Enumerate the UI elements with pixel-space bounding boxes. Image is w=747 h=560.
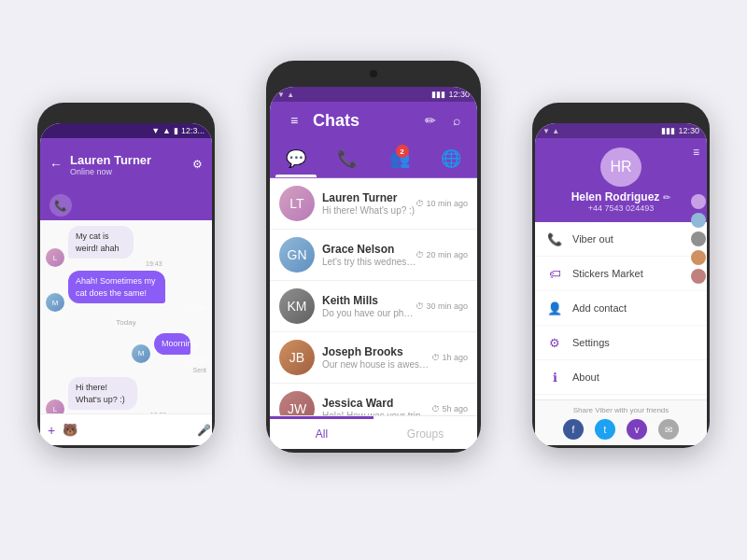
message-bubble: Moorning! <box>154 333 190 355</box>
menu-item-viber-out[interactable]: 📞 Viber out <box>535 222 707 257</box>
social-icons: f t v ✉ <box>544 419 698 440</box>
left-wifi-icon: ▲ <box>162 126 171 135</box>
chat-time: ⏱ 5h ago <box>431 404 468 413</box>
chat-preview: Our new house is awesome! You should com… <box>322 359 431 370</box>
message-text: Hi there! What's up? :) <box>76 383 125 404</box>
chat-user-info: Lauren Turner Online now <box>70 153 185 176</box>
left-signal-icon: ▼ <box>151 126 160 135</box>
menu-item-label: Viber out <box>572 233 613 245</box>
chat-item[interactable]: LT Lauren Turner Hi there! What's up? :)… <box>270 178 477 230</box>
tab-chats[interactable]: 💬 <box>270 139 322 177</box>
chat-item[interactable]: KM Keith Mills Do you have our photos fr… <box>270 281 477 332</box>
chat-info: Grace Nelson Let's try this wednesday...… <box>322 243 416 267</box>
chat-time: ⏱ 30 min ago <box>416 301 468 311</box>
chat-item[interactable]: GN Grace Nelson Let's try this wednesday… <box>270 230 477 281</box>
add-contact-icon: 👤 <box>546 300 563 316</box>
share-section: Share Viber with your friends f t v ✉ <box>535 399 707 445</box>
peek-avatar <box>691 231 706 246</box>
twitter-icon[interactable]: t <box>595 419 615 440</box>
clock-icon: ⏱ <box>416 250 424 259</box>
chat-preview: Hi there! What's up? :) <box>322 205 416 216</box>
email-icon[interactable]: ✉ <box>658 419 679 440</box>
tab-all[interactable]: All <box>270 416 374 449</box>
message-bubble: Hi there! What's up? :) <box>68 377 137 410</box>
right-status-bar: ▼ ▲ ▮▮▮ 12:30 <box>535 123 707 138</box>
avatar: JB <box>279 340 315 375</box>
center-status-bar: ▼ ▲ ▮▮▮ 12:30 <box>270 87 477 102</box>
chat-item[interactable]: JW Jessica Ward Hola! How was your trip … <box>270 384 477 415</box>
right-signal-icon: ▼ ▲ <box>543 127 559 135</box>
chat-user-status: Online now <box>70 167 185 176</box>
chat-settings-icon[interactable]: ⚙ <box>192 158 203 171</box>
peek-avatar <box>691 213 706 228</box>
messages-area: L My cat is weird! ahah 19:43 Ahah! <box>40 220 212 413</box>
message-row: Moorning! 10:20 M <box>46 333 206 363</box>
search-icon[interactable]: ⌕ <box>445 109 468 132</box>
chat-name: Keith Mills <box>322 294 416 307</box>
bottom-tab-bar: All Groups <box>270 415 477 449</box>
message-time: 10:20 <box>154 357 206 363</box>
left-time: 12:3... <box>181 126 204 135</box>
menu-list: 📞 Viber out 🏷 Stickers Market 👤 Add cont… <box>535 222 707 399</box>
plus-icon[interactable]: + <box>48 423 55 438</box>
mic-icon[interactable]: 🎤 <box>197 424 211 437</box>
call-button[interactable]: 📞 <box>49 194 72 217</box>
edit-icon[interactable]: ✏ <box>419 109 442 132</box>
peek-avatar <box>691 269 706 284</box>
app-title: Chats <box>313 111 416 131</box>
settings-icon: ⚙ <box>546 334 563 351</box>
menu-icon[interactable]: ≡ <box>283 109 305 132</box>
time-display: 12:30 <box>448 90 470 99</box>
message-input[interactable] <box>85 426 190 435</box>
message-bubble: Ahah! Sometimes my cat does the same! <box>68 271 165 303</box>
profile-phone: +44 7543 024493 <box>588 203 654 213</box>
peek-avatar <box>691 194 706 209</box>
facebook-icon[interactable]: f <box>563 419 584 440</box>
menu-item-add-contact[interactable]: 👤 Add contact <box>535 291 707 326</box>
chat-name: Lauren Turner <box>322 191 416 204</box>
right-phone: ▼ ▲ ▮▮▮ 12:30 ≡ HR Helen Rodriguez ✏ +44… <box>532 103 710 448</box>
left-battery-icon: ▮ <box>174 126 178 135</box>
emoji-icon[interactable]: 🐻 <box>63 423 78 437</box>
about-icon: ℹ <box>546 369 563 385</box>
tab-calls[interactable]: 📞 <box>322 139 374 177</box>
menu-item-stickers[interactable]: 🏷 Stickers Market <box>535 257 707 291</box>
message-time: 19:43 <box>68 260 162 267</box>
menu-item-label: Stickers Market <box>572 268 643 279</box>
battery-icon: ▮▮▮ <box>431 90 445 99</box>
tab-more[interactable]: 🌐 <box>426 139 478 177</box>
chat-item[interactable]: JB Joseph Brooks Our new house is awesom… <box>270 332 477 384</box>
clock-icon: ⏱ <box>416 301 424 311</box>
day-divider: Today <box>46 318 206 327</box>
tab-groups[interactable]: Groups <box>374 416 477 449</box>
peek-avatar <box>691 250 706 265</box>
viber-share-icon[interactable]: v <box>627 419 647 440</box>
chat-user-name: Lauren Turner <box>70 153 185 167</box>
menu-item-label: Settings <box>572 337 610 348</box>
message-text: My cat is weird! ahah <box>76 231 120 253</box>
chat-info: Jessica Ward Hola! How was your trip to … <box>322 397 431 415</box>
avatar: M <box>46 293 64 312</box>
avatar: M <box>132 344 150 363</box>
viber-out-icon: 📞 <box>546 231 563 247</box>
chat-time: ⏱ 1h ago <box>431 353 468 362</box>
stickers-icon: 🏷 <box>546 265 563 282</box>
phone-icon: 📞 <box>54 200 67 212</box>
menu-item-settings[interactable]: ⚙ Settings <box>535 326 707 360</box>
calls-tab-icon: 📞 <box>337 148 358 169</box>
menu-item-about[interactable]: ℹ About <box>535 360 707 395</box>
clock-icon: ⏱ <box>431 404 440 413</box>
chat-header: ← Lauren Turner Online now ⚙ <box>40 138 212 190</box>
avatar: KM <box>279 288 315 324</box>
share-label: Share Viber with your friends <box>544 406 698 414</box>
sent-label: Sent <box>46 367 206 373</box>
chat-name: Grace Nelson <box>322 243 416 256</box>
signal-icon: ▼ ▲ <box>277 91 294 99</box>
message-time: 19:46 <box>68 305 206 312</box>
left-phone: ▼ ▲ ▮ 12:3... ← Lauren Turner Online now… <box>37 103 215 448</box>
back-button[interactable]: ← <box>49 157 63 172</box>
chat-preview: Do you have our photos from the nye? <box>322 308 416 318</box>
profile-edit-icon[interactable]: ✏ <box>663 192 670 203</box>
profile-avatar: HR <box>600 147 641 187</box>
tab-contacts[interactable]: 👥 2 <box>374 139 426 177</box>
